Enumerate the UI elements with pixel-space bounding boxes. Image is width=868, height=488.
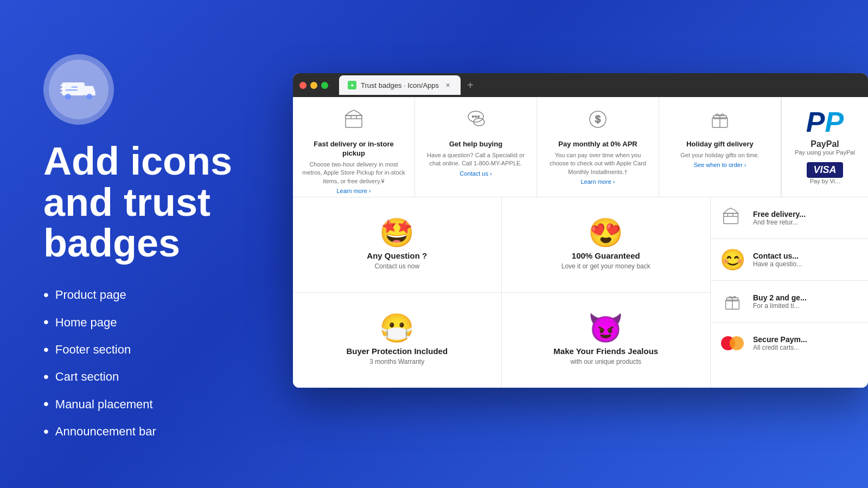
payment-desc: You can pay over time when you choose to… [546, 151, 650, 176]
right-list: Free delivery... And free retur... 😊 Con… [711, 197, 868, 388]
svg-point-2 [86, 94, 92, 100]
feature-list: Product page Home page Footer section Ca… [43, 281, 326, 445]
active-tab[interactable]: ✦ Trust badges · Icon/Apps ✕ [339, 75, 461, 95]
svg-point-12 [475, 116, 477, 118]
gift-title: Holiday gift delivery [686, 140, 754, 149]
delivery-title: Fast delivery or in-store pickup [302, 140, 406, 158]
minimize-button[interactable] [310, 82, 317, 89]
bullet-cart-section: Cart section [43, 363, 326, 390]
tab-title: Trust badges · Icon/Apps [361, 81, 439, 89]
svg-point-11 [473, 116, 474, 118]
delivery-list-sub: And free retur... [753, 219, 806, 226]
buy2-list-title: Buy 2 and ge... [753, 293, 807, 302]
emoji-cell-protection: 😷 Buyer Protection Included 3 months War… [293, 293, 502, 388]
top-trust-section: Fast delivery or in-store pickup Choose … [293, 97, 868, 197]
protection-emoji: 😷 [379, 314, 414, 342]
buy2-list-icon [719, 288, 745, 314]
bullet-manual-placement: Manual placement [43, 390, 326, 418]
protection-title: Buyer Protection Included [346, 346, 448, 356]
bullet-announcement-bar: Announcement bar [43, 418, 326, 445]
dollar-icon: $ [586, 108, 609, 136]
buy2-list-sub: For a limited ti... [753, 302, 807, 310]
tab-favicon: ✦ [348, 81, 356, 89]
help-title: Get help buying [449, 140, 502, 149]
svg-rect-0 [62, 82, 85, 95]
delivery-badge-icon [43, 54, 114, 125]
tab-close-button[interactable]: ✕ [443, 81, 452, 89]
paypal-section: PP PayPal Pay using your PayPal VISA Pay… [781, 97, 868, 197]
delivery-list-icon [719, 205, 745, 231]
box-icon [342, 108, 365, 136]
svg-point-13 [478, 116, 480, 118]
new-tab-button[interactable]: + [467, 79, 474, 92]
paypal-logo: PP [806, 108, 844, 136]
bullet-product-page: Product page [43, 281, 326, 309]
svg-rect-19 [724, 213, 738, 223]
gift-desc: Get your holiday gifts on time. [680, 151, 760, 159]
question-title: Any Question ? [367, 251, 427, 260]
protection-sub: 3 months Warranty [369, 357, 424, 367]
svg-rect-8 [346, 115, 362, 127]
jealous-emoji: 😈 [588, 314, 623, 342]
emoji-cell-guaranteed: 😍 100% Guaranteed Love it or get your mo… [502, 197, 711, 293]
gift-link[interactable]: See when to order › [694, 162, 746, 168]
delivery-list-title: Free delivery... [753, 210, 806, 219]
contact-list-title: Contact us... [753, 252, 802, 260]
jealous-title: Make Your Friends Jealous [553, 346, 658, 356]
visa-sublabel: Pay by Vi... [810, 178, 840, 184]
maximize-button[interactable] [321, 82, 328, 89]
svg-text:$: $ [595, 114, 601, 125]
trust-badge-delivery: Fast delivery or in-store pickup Choose … [293, 97, 415, 197]
help-link[interactable]: Contact us › [459, 170, 492, 177]
contact-list-sub: Have a questio... [753, 260, 802, 268]
trust-badge-help: Get help buying Have a question? Call a … [415, 97, 537, 197]
emoji-cell-question: 🤩 Any Question ? Contact us now [293, 197, 502, 293]
truck-icon [60, 70, 98, 108]
trust-badge-payment: $ Pay monthly at 0% APR You can pay over… [537, 97, 659, 197]
browser-window: ✦ Trust badges · Icon/Apps ✕ + [293, 73, 868, 388]
chat-icon [464, 108, 487, 136]
bullet-footer-section: Footer section [43, 336, 326, 363]
right-item-buy2: Buy 2 and ge... For a limited ti... [711, 281, 868, 323]
payment-title: Pay monthly at 0% APR [558, 140, 637, 149]
tab-bar: ✦ Trust badges · Icon/Apps ✕ + [293, 73, 868, 97]
main-title: Add iconsand trustbadges [43, 141, 326, 264]
question-emoji: 🤩 [379, 219, 414, 247]
trust-badge-gift: Holiday gift delivery Get your holiday g… [659, 97, 781, 197]
gift-icon [709, 108, 731, 136]
question-sub: Contact us now [374, 262, 419, 271]
close-button[interactable] [299, 82, 307, 89]
secure-list-sub: All credit carts... [753, 344, 807, 351]
svg-point-1 [65, 94, 71, 100]
traffic-lights [299, 82, 328, 89]
paypal-sublabel: Pay using your PayPal [795, 149, 855, 156]
help-desc: Have a question? Call a Specialist or ch… [424, 151, 528, 168]
badge-circle [49, 60, 108, 119]
payment-link[interactable]: Learn more › [581, 178, 615, 185]
emoji-grid: 🤩 Any Question ? Contact us now 😍 100% G… [293, 197, 711, 388]
delivery-desc: Choose two-hour delivery in most metros,… [302, 160, 406, 185]
right-item-contact: 😊 Contact us... Have a questio... [711, 239, 868, 281]
content-area: Fast delivery or in-store pickup Choose … [293, 97, 868, 388]
guaranteed-emoji: 😍 [588, 219, 623, 247]
guaranteed-title: 100% Guaranteed [572, 251, 640, 260]
jealous-sub: with our unique products [570, 357, 641, 367]
right-item-delivery: Free delivery... And free retur... [711, 197, 868, 239]
visa-label: VISA [807, 162, 843, 178]
paypal-label: PayPal [810, 139, 839, 149]
left-panel: Add iconsand trustbadges Product page Ho… [43, 54, 326, 445]
guaranteed-sub: Love it or get your money back [561, 262, 650, 271]
bullet-home-page: Home page [43, 309, 326, 336]
delivery-link[interactable]: Learn more › [337, 188, 371, 194]
right-item-secure: Secure Paym... All credit carts... [711, 323, 868, 364]
emoji-cell-jealous: 😈 Make Your Friends Jealous with our uni… [502, 293, 711, 388]
secure-list-title: Secure Paym... [753, 335, 807, 344]
contact-list-icon: 😊 [719, 247, 745, 273]
bottom-section: 🤩 Any Question ? Contact us now 😍 100% G… [293, 197, 868, 388]
mastercard-list-icon [719, 330, 745, 356]
